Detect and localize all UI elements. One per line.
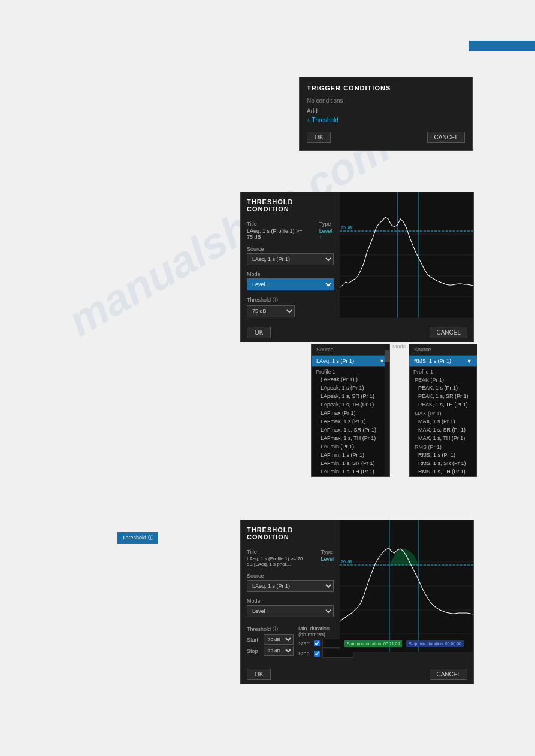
source-item-lafmax-th[interactable]: LAFmax, 1 s, TH (Pr 1) bbox=[312, 434, 389, 442]
duration-label-green: Start min. duration: 00:21:00 bbox=[344, 640, 402, 647]
source-item-lafmin-th[interactable]: LAFmin, 1 s, TH (Pr 1) bbox=[312, 467, 389, 476]
type-value: Level ↑ bbox=[319, 228, 334, 240]
bottom-threshold-label: Threshold ⓘ bbox=[247, 626, 294, 633]
threshold-condition-top-panel: THRESHOLD CONDITION Title LAeq, 1 s (Pro… bbox=[240, 192, 474, 342]
threshold-top-left: THRESHOLD CONDITION Title LAeq, 1 s (Pro… bbox=[241, 192, 340, 323]
source-left-list: Profile 1 ( APeak (Pr 1) ) LApeak, 1 s (… bbox=[312, 366, 389, 476]
source-right-peak-th[interactable]: PEAK, 1 s, TH (Pr 1) bbox=[410, 400, 476, 409]
source-right-max-1s[interactable]: MAX, 1 s (Pr 1) bbox=[410, 417, 476, 426]
source-select-top[interactable]: LAeq, 1 s (Pr 1) bbox=[247, 253, 334, 265]
source-right-rms-sr[interactable]: RMS, 1 s, SR (Pr 1) bbox=[410, 459, 476, 467]
threshold-bottom-left: THRESHOLD CONDITION Title LAeq, 1 s (Pro… bbox=[241, 520, 340, 665]
threshold-bottom-title: THRESHOLD CONDITION bbox=[247, 526, 334, 541]
source-label: Source bbox=[247, 246, 334, 252]
bottom-title-value: LAeq, 1 s (Profile 1) >= 70 dB [LAeq, 1 … bbox=[247, 556, 309, 567]
svg-text:75 dB: 75 dB bbox=[341, 226, 352, 230]
source-right-max-th[interactable]: MAX, 1 s, TH (Pr 1) bbox=[410, 434, 476, 442]
trigger-conditions-title: TRIGGER CONDITIONS bbox=[307, 84, 465, 92]
threshold-badge-label: Threshold ⓘ bbox=[122, 534, 153, 542]
threshold-top-ok-button[interactable]: OK bbox=[247, 327, 271, 338]
threshold-badge[interactable]: Threshold ⓘ bbox=[117, 532, 158, 544]
source-right-subgroup-max: MAX (Pr 1) bbox=[410, 409, 476, 417]
start-row-label: Start bbox=[247, 637, 261, 643]
mode-select-bottom[interactable]: Level + bbox=[247, 605, 334, 617]
source-right-rms-th[interactable]: RMS, 1 s, TH (Pr 1) bbox=[410, 467, 476, 476]
top-bar bbox=[469, 41, 535, 51]
bottom-title-label: Title bbox=[247, 549, 309, 555]
min-dur-start-checkbox[interactable] bbox=[314, 640, 320, 646]
source-right-selected[interactable]: RMS, 1 s (Pr 1) ▼ bbox=[409, 356, 477, 366]
source-dropdown-right-panel: Source RMS, 1 s (Pr 1) ▼ Profile 1 PEAK … bbox=[409, 344, 477, 477]
type-label: Type bbox=[319, 221, 334, 227]
mode-select-top[interactable]: Level + bbox=[247, 278, 334, 290]
source-item-lafmax-1s[interactable]: LAFmax, 1 s (Pr 1) bbox=[312, 417, 389, 426]
threshold-value-select-top[interactable]: 75 dB bbox=[247, 305, 295, 317]
stop-row-label: Stop bbox=[247, 648, 261, 654]
source-group-profile1: Profile 1 bbox=[312, 367, 389, 375]
threshold-bottom-ok-button[interactable]: OK bbox=[247, 669, 271, 680]
threshold-bottom-chart: 70 dB Start min. duration: 00:21:00 Stop… bbox=[340, 520, 473, 652]
no-conditions-text: No conditions bbox=[307, 98, 465, 104]
source-left-scrollbar[interactable] bbox=[385, 344, 389, 476]
source-right-header: Source bbox=[409, 344, 477, 356]
source-item-lafmin-sr[interactable]: LAFmin, 1 s, SR (Pr 1) bbox=[312, 459, 389, 467]
trigger-conditions-panel: TRIGGER CONDITIONS No conditions Add + T… bbox=[299, 77, 473, 151]
source-right-peak-1s[interactable]: PEAK, 1 s (Pr 1) bbox=[410, 384, 476, 392]
min-dur-stop-label: Stop bbox=[298, 651, 312, 657]
source-item-lapeak-sr[interactable]: LApeak, 1 s, SR (Pr 1) bbox=[312, 392, 389, 400]
duration-label-blue: Stop min. duration: 00:00:00 bbox=[406, 640, 464, 647]
threshold-top-cancel-button[interactable]: CANCEL bbox=[430, 327, 467, 338]
add-label: Add bbox=[307, 108, 465, 114]
source-item-lafmax[interactable]: LAFmax (Pr 1) bbox=[312, 409, 389, 417]
mode-label: Mode bbox=[247, 271, 334, 277]
title-label: Title bbox=[247, 221, 307, 227]
min-dur-stop-checkbox[interactable] bbox=[314, 651, 320, 657]
source-item-lafmin[interactable]: LAFmin (Pr 1) bbox=[312, 442, 389, 451]
threshold-button[interactable]: + Threshold bbox=[307, 117, 465, 123]
source-left-header: Source bbox=[312, 344, 389, 356]
bottom-type-value: Level ↑ bbox=[321, 556, 334, 568]
trigger-cancel-button[interactable]: CANCEL bbox=[427, 132, 465, 143]
threshold-condition-bottom-panel: THRESHOLD CONDITION Title LAeq, 1 s (Pro… bbox=[240, 520, 474, 684]
source-item-apeak[interactable]: ( APeak (Pr 1) ) bbox=[312, 375, 389, 384]
stop-threshold-select[interactable]: 70 dB bbox=[264, 646, 294, 656]
bottom-source-label: Source bbox=[247, 573, 334, 579]
source-right-list: Profile 1 PEAK (Pr 1) PEAK, 1 s (Pr 1) P… bbox=[409, 366, 477, 476]
source-right-subgroup-rms: RMS (Pr 1) bbox=[410, 442, 476, 451]
bottom-mode-label: Mode bbox=[247, 598, 334, 604]
source-right-peak-sr[interactable]: PEAK, 1 s, SR (Pr 1) bbox=[410, 392, 476, 400]
threshold-top-title: THRESHOLD CONDITION bbox=[247, 198, 334, 212]
source-item-lafmin-1s[interactable]: LAFmin, 1 s (Pr 1) bbox=[312, 451, 389, 459]
source-select-bottom[interactable]: LAeq, 1 s (Pr 1) bbox=[247, 580, 334, 592]
source-item-lafmax-sr[interactable]: LAFmax, 1 s, SR (Pr 1) bbox=[312, 426, 389, 434]
source-item-lapeak-th[interactable]: LApeak, 1 s, TH (Pr 1) bbox=[312, 400, 389, 409]
min-dur-start-label: Start bbox=[298, 640, 312, 646]
threshold-top-chart: 75 dB bbox=[340, 192, 473, 318]
source-item-lapeak[interactable]: LApeak, 1 s (Pr 1) bbox=[312, 384, 389, 392]
threshold-label-top: Threshold ⓘ bbox=[247, 296, 334, 304]
mode-header-label: Mode bbox=[392, 344, 406, 350]
source-right-subgroup-peak: PEAK (Pr 1) bbox=[410, 375, 476, 384]
trigger-ok-button[interactable]: OK bbox=[307, 132, 331, 143]
source-right-max-sr[interactable]: MAX, 1 s, SR (Pr 1) bbox=[410, 426, 476, 434]
title-value: LAeq, 1 s (Profile 1) >= 75 dB bbox=[247, 228, 307, 240]
threshold-bottom-cancel-button[interactable]: CANCEL bbox=[430, 669, 467, 680]
bottom-type-label: Type bbox=[321, 549, 334, 555]
svg-text:70 dB: 70 dB bbox=[341, 560, 352, 564]
source-left-selected[interactable]: LAeq, 1 s (Pr 1) ▼ bbox=[312, 356, 389, 366]
start-threshold-select[interactable]: 70 dB bbox=[264, 634, 294, 645]
source-right-group1: Profile 1 bbox=[410, 367, 476, 375]
source-right-rms-1s[interactable]: RMS, 1 s (Pr 1) bbox=[410, 451, 476, 459]
source-left-scrollbar-thumb[interactable] bbox=[385, 350, 389, 362]
source-dropdown-left-panel: Source LAeq, 1 s (Pr 1) ▼ Profile 1 ( AP… bbox=[311, 344, 390, 477]
